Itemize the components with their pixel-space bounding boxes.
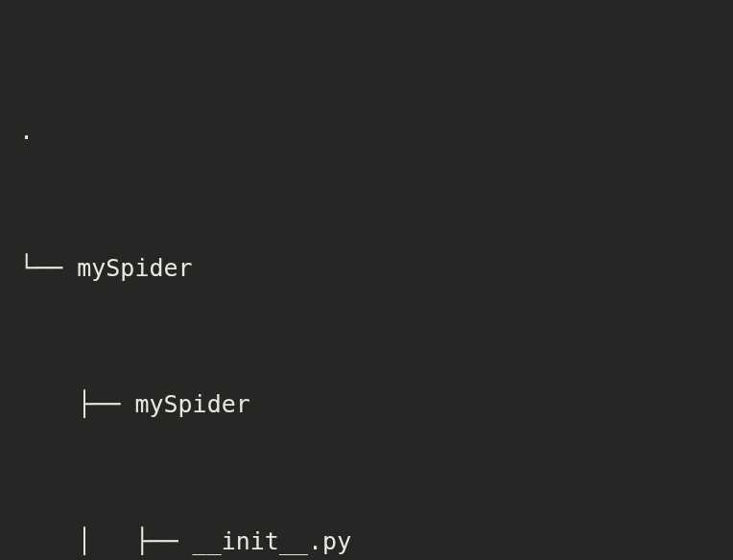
tree-root: .: [19, 108, 714, 154]
directory-tree: . └── mySpider ├── mySpider │ ├── __init…: [19, 17, 714, 560]
tree-line: └── mySpider: [19, 245, 714, 292]
tree-line: │ ├── __init__.py: [19, 519, 714, 561]
tree-line: ├── mySpider: [19, 382, 714, 428]
